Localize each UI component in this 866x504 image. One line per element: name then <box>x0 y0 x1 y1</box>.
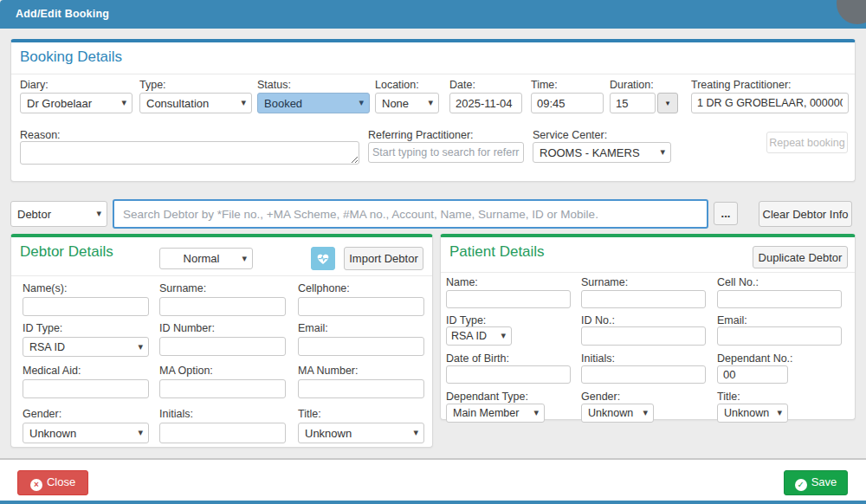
debtor-cellphone-input[interactable] <box>298 297 424 316</box>
dialog-title: Add/Edit Booking <box>16 0 109 29</box>
medical-aid-check-button[interactable] <box>311 247 335 270</box>
debtor-surname-label: Surname: <box>159 282 206 294</box>
patient-email-input[interactable] <box>717 326 842 346</box>
patient-title-select[interactable]: Unknown ▾ <box>717 404 788 423</box>
patient-cell-no-label: Cell No.: <box>717 276 759 288</box>
diary-select[interactable]: Dr Grobelaar ▾ <box>20 93 132 113</box>
patient-id-type-label: ID Type: <box>446 314 486 326</box>
patient-dependant-type-select[interactable]: Main Member ▾ <box>446 404 545 423</box>
debtor-search-input[interactable] <box>113 199 708 229</box>
patient-gender-label: Gender: <box>581 391 620 403</box>
booking-details-title: Booking Details <box>20 48 122 66</box>
debtor-title-label: Title: <box>298 408 321 420</box>
status-select[interactable]: Booked ▾ <box>257 93 370 113</box>
service-center-label: Service Center: <box>533 129 607 141</box>
patient-dependant-no-label: Dependant No.: <box>717 352 793 365</box>
save-button[interactable]: ✓Save <box>784 470 848 495</box>
close-button-label: Close <box>47 475 75 488</box>
debtor-names-input[interactable] <box>23 297 149 316</box>
patient-id-no-input[interactable] <box>581 326 706 346</box>
debtor-surname-input[interactable] <box>159 297 286 316</box>
treating-practitioner-input[interactable] <box>691 93 849 113</box>
duration-label: Duration: <box>610 79 654 91</box>
heart-pulse-icon <box>316 252 330 266</box>
patient-id-no-label: ID No.: <box>581 314 615 326</box>
debtor-mode-select[interactable]: Normal ▾ <box>159 248 253 269</box>
type-select[interactable]: Consultation ▾ <box>139 93 252 113</box>
debtor-details-panel: Debtor Details Normal ▾ Import Debtor Na… <box>10 234 433 448</box>
debtor-ma-option-input[interactable] <box>159 379 286 398</box>
search-more-button[interactable]: ... <box>714 202 738 225</box>
patient-dob-label: Date of Birth: <box>446 352 509 365</box>
referring-practitioner-input[interactable] <box>368 142 524 163</box>
dialog-bottom-border <box>0 501 866 504</box>
debtor-id-type-select[interactable]: RSA ID ▾ <box>23 337 149 357</box>
date-input[interactable] <box>449 93 522 113</box>
patient-title-label: Title: <box>717 391 740 403</box>
debtor-title-select[interactable]: Unknown ▾ <box>298 423 424 443</box>
patient-name-input[interactable] <box>446 290 571 308</box>
clear-debtor-info-button[interactable]: Clear Debtor Info <box>759 201 852 227</box>
chevron-down-icon: ▾ <box>666 99 670 107</box>
debtor-ma-number-label: MA Number: <box>298 365 358 377</box>
patient-dependant-type-label: Dependant Type: <box>446 391 528 403</box>
patient-email-label: Email: <box>717 314 747 326</box>
close-button[interactable]: ×Close <box>17 470 88 495</box>
debtor-cellphone-label: Cellphone: <box>298 282 350 294</box>
repeat-booking-button[interactable]: Repeat booking <box>766 132 848 153</box>
dialog-header: Add/Edit Booking <box>0 0 866 29</box>
section-divider <box>11 275 432 276</box>
close-icon: × <box>30 479 42 491</box>
patient-dependant-no-input[interactable] <box>717 365 788 384</box>
debtor-ma-option-label: MA Option: <box>159 365 213 377</box>
debtor-email-label: Email: <box>298 322 328 334</box>
debtor-id-type-label: ID Type: <box>23 322 62 334</box>
debtor-id-number-label: ID Number: <box>159 322 215 334</box>
patient-details-panel: Patient Details Duplicate Debtor Name: S… <box>440 234 856 420</box>
referring-practitioner-label: Referring Practitioner: <box>368 129 474 141</box>
booking-details-panel: Booking Details Diary: Dr Grobelaar ▾ Ty… <box>10 39 856 182</box>
patient-surname-input[interactable] <box>581 290 706 308</box>
section-divider <box>441 272 855 273</box>
patient-dob-input[interactable] <box>446 365 571 384</box>
debtor-medical-aid-label: Medical Aid: <box>23 365 81 377</box>
debtor-names-label: Name(s): <box>23 282 67 294</box>
check-icon: ✓ <box>795 479 807 491</box>
date-label: Date: <box>449 79 475 91</box>
patient-initials-label: Initials: <box>581 352 615 365</box>
reason-textarea[interactable] <box>20 141 359 165</box>
reason-label: Reason: <box>20 129 61 141</box>
location-select[interactable]: None ▾ <box>375 93 439 113</box>
treating-practitioner-label: Treating Practitioner: <box>691 79 792 91</box>
duplicate-debtor-button[interactable]: Duplicate Debtor <box>753 246 848 268</box>
save-button-label: Save <box>811 475 837 488</box>
debtor-initials-input[interactable] <box>159 423 286 443</box>
type-label: Type: <box>139 79 166 91</box>
section-divider <box>11 74 855 74</box>
debtor-initials-label: Initials: <box>159 408 193 420</box>
patient-surname-label: Surname: <box>581 276 628 288</box>
patient-gender-select[interactable]: Unknown ▾ <box>581 404 654 423</box>
duration-input[interactable] <box>610 93 656 113</box>
location-label: Location: <box>375 79 419 91</box>
diary-label: Diary: <box>20 79 48 91</box>
import-debtor-button[interactable]: Import Debtor <box>344 247 423 270</box>
time-label: Time: <box>531 79 558 91</box>
debtor-medical-aid-input[interactable] <box>23 379 149 398</box>
debtor-id-number-input[interactable] <box>159 337 286 356</box>
debtor-gender-label: Gender: <box>23 408 61 420</box>
duration-dropdown-button[interactable]: ▾ <box>657 93 678 113</box>
debtor-details-title: Debtor Details <box>20 243 113 261</box>
debtor-email-input[interactable] <box>298 337 424 356</box>
patient-id-type-select[interactable]: RSA ID ▾ <box>446 326 512 346</box>
patient-initials-input[interactable] <box>581 365 706 384</box>
ellipsis-icon: ... <box>721 207 731 220</box>
time-input[interactable] <box>531 93 604 113</box>
debtor-ma-number-input[interactable] <box>298 379 424 398</box>
patient-details-title: Patient Details <box>449 243 545 261</box>
patient-cell-no-input[interactable] <box>717 290 842 308</box>
debtor-gender-select[interactable]: Unknown ▾ <box>23 423 149 443</box>
service-center-select[interactable]: ROOMS - KAMERS ▾ <box>533 142 671 163</box>
dialog-footer: ×Close ✓Save <box>0 460 866 501</box>
search-entity-select[interactable]: Debtor ▾ <box>10 201 107 227</box>
